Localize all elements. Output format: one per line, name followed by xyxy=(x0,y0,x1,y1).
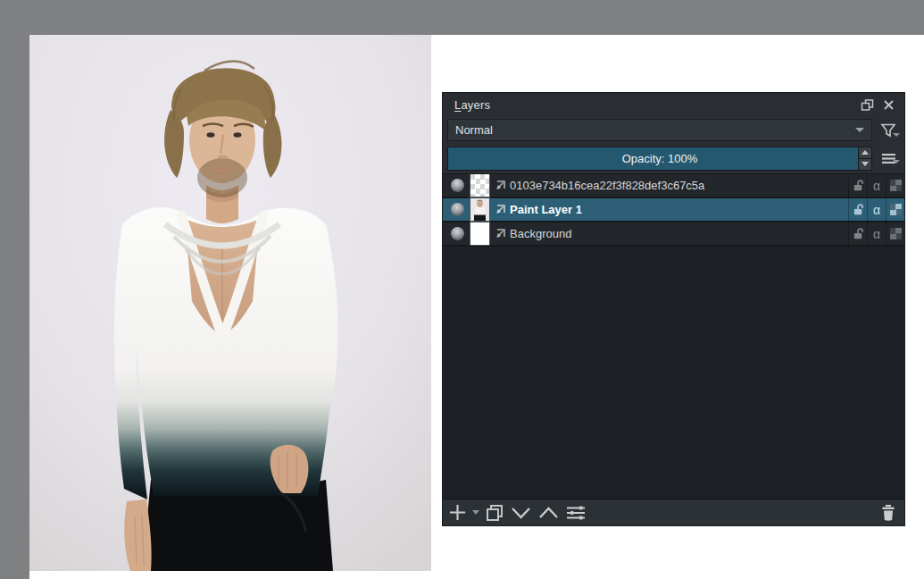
blend-mode-row: Normal xyxy=(443,116,904,144)
lock-open-icon xyxy=(852,179,865,192)
eye-icon xyxy=(451,179,464,192)
layers-docker: Layers Normal Opacity: 100% xyxy=(442,92,905,526)
lock-toggle[interactable] xyxy=(848,173,867,197)
alpha-icon: α xyxy=(873,228,880,240)
alpha-icon: α xyxy=(873,180,880,192)
inherit-alpha-icon xyxy=(890,204,902,215)
layer-thumbnail-transparent[interactable] xyxy=(470,174,489,197)
lock-toggle[interactable] xyxy=(848,197,867,222)
menu-caret-icon xyxy=(893,160,900,164)
alpha-lock-toggle[interactable]: α xyxy=(867,173,886,197)
pass-through-indicator xyxy=(492,228,508,240)
lock-toggle[interactable] xyxy=(848,222,867,246)
layer-thumbnail-photo[interactable] xyxy=(470,198,489,221)
visibility-toggle[interactable] xyxy=(446,227,468,240)
inherit-alpha-toggle[interactable] xyxy=(886,222,904,246)
layer-properties-button[interactable] xyxy=(565,501,587,524)
pass-through-indicator xyxy=(492,180,508,192)
opacity-spin-up[interactable] xyxy=(859,147,871,159)
close-docker-button[interactable] xyxy=(879,96,897,113)
layer-toolbar xyxy=(443,499,904,525)
inherit-alpha-toggle[interactable] xyxy=(886,173,904,197)
corner-arrow-icon xyxy=(494,180,506,192)
layer-list: 0103e734b16cea22f3f828def3c67c5a α xyxy=(443,173,904,499)
move-layer-up-button[interactable] xyxy=(537,501,560,524)
opacity-slider[interactable]: Opacity: 100% xyxy=(447,147,872,171)
blend-mode-select[interactable]: Normal xyxy=(447,119,872,141)
delete-layer-button[interactable] xyxy=(879,501,897,524)
opacity-row: Opacity: 100% xyxy=(443,144,904,173)
alpha-icon: α xyxy=(873,204,880,216)
opacity-spin-down[interactable] xyxy=(859,159,871,170)
thumbnail-miniature xyxy=(470,198,489,221)
blend-mode-value: Normal xyxy=(455,123,855,137)
opacity-spinners xyxy=(858,147,871,170)
layer-thumbnail-white[interactable] xyxy=(470,222,489,245)
layer-row-hash[interactable]: 0103e734b16cea22f3f828def3c67c5a α xyxy=(443,174,904,198)
window-surround-top xyxy=(0,0,924,35)
move-layer-down-button[interactable] xyxy=(510,501,532,524)
layer-row-paint-layer-1[interactable]: Paint Layer 1 α xyxy=(443,198,904,222)
duplicate-icon xyxy=(485,503,504,523)
eye-icon xyxy=(451,227,464,240)
layer-name: Paint Layer 1 xyxy=(508,203,848,216)
chevron-down-icon xyxy=(510,504,532,522)
caret-down-icon xyxy=(472,510,479,515)
inherit-alpha-icon xyxy=(890,180,902,191)
corner-arrow-icon xyxy=(494,204,506,216)
float-docker-button[interactable] xyxy=(858,96,876,113)
float-icon xyxy=(861,99,874,111)
layer-name: 0103e734b16cea22f3f828def3c67c5a xyxy=(508,179,848,192)
inherit-alpha-icon xyxy=(890,228,902,239)
duplicate-layer-button[interactable] xyxy=(485,501,504,524)
layer-name: Background xyxy=(508,227,848,240)
close-icon xyxy=(883,99,895,111)
layer-row-background[interactable]: Background α xyxy=(443,222,904,247)
visibility-toggle[interactable] xyxy=(446,179,468,192)
pass-through-indicator xyxy=(492,204,508,216)
docker-title: Layers xyxy=(454,98,490,112)
filter-caret-icon xyxy=(893,133,900,137)
plus-icon xyxy=(448,503,467,522)
add-layer-button[interactable] xyxy=(448,501,467,524)
spin-up-icon xyxy=(862,150,869,155)
model-photo-illustration xyxy=(29,35,431,571)
inherit-alpha-toggle[interactable] xyxy=(886,197,904,222)
layers-menu-button[interactable] xyxy=(872,153,904,164)
trash-icon xyxy=(879,503,897,522)
docker-titlebar[interactable]: Layers xyxy=(443,93,904,116)
alpha-lock-toggle[interactable]: α xyxy=(867,197,886,222)
add-layer-dropdown[interactable] xyxy=(472,501,479,524)
properties-sliders-icon xyxy=(565,504,587,522)
lock-open-icon xyxy=(852,203,865,216)
opacity-value: Opacity: 100% xyxy=(448,147,871,170)
chevron-down-icon xyxy=(855,128,864,132)
eye-icon xyxy=(451,203,464,216)
window-surround-left xyxy=(0,0,29,579)
chevron-up-icon xyxy=(537,504,560,522)
canvas-photo[interactable] xyxy=(29,35,431,571)
corner-arrow-icon xyxy=(494,228,506,240)
layer-filter-button[interactable] xyxy=(872,123,904,138)
lock-open-icon xyxy=(852,227,865,240)
alpha-lock-toggle[interactable]: α xyxy=(867,222,886,246)
spin-down-icon xyxy=(862,162,869,166)
visibility-toggle[interactable] xyxy=(446,203,468,216)
